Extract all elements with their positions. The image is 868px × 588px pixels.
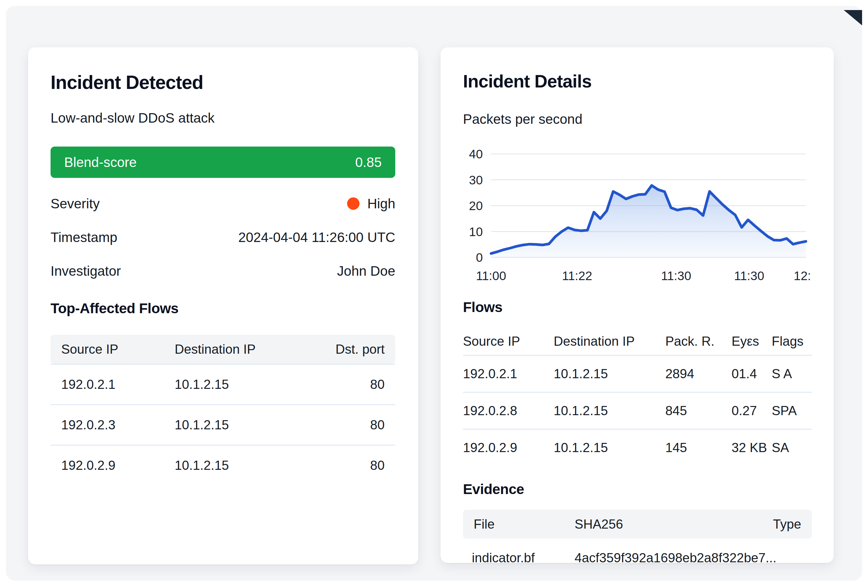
x-axis-label: 11:30 [661, 269, 691, 283]
timestamp-field: Timestamp 2024-04-04 11:26:00 UTC [50, 229, 395, 245]
table-cell: 10.1.2.15 [175, 458, 313, 473]
table-cell: 10.1.2.15 [554, 366, 666, 381]
table-cell: 192.0.2.9 [463, 440, 554, 455]
x-axis-label: 11:30 [734, 269, 764, 283]
table-cell: 80 [313, 377, 395, 392]
table-cell: 32 KB [732, 440, 772, 455]
column-header: Type [742, 517, 812, 532]
flows-table: Source IPDestination IPPack. R.EyεsFlags… [463, 328, 812, 466]
timestamp-value: 2024-04-04 11:26:00 UTC [238, 229, 395, 245]
incident-card-title: Incident Detected [50, 72, 395, 93]
y-axis-label: 10 [469, 225, 483, 239]
table-header-row: Source IPDestination IPPack. R.EyεsFlags [463, 328, 812, 356]
details-card-title: Incident Details [463, 71, 812, 91]
timestamp-label: Timestamp [50, 229, 117, 245]
table-cell: 0.27 [732, 403, 772, 418]
blend-score-bar: Blend-score 0.85 [50, 147, 395, 178]
x-axis-label: 11:00 [476, 269, 506, 283]
severity-dot-icon [347, 197, 360, 210]
investigator-label: Investigator [50, 263, 121, 279]
investigator-value: John Doe [337, 263, 395, 279]
table-cell: 80 [313, 417, 395, 432]
table-cell: 192.0.2.9 [50, 458, 175, 473]
table-row: 192.0.2.310.1.2.1580 [50, 404, 395, 445]
table-cell: 10.1.2.15 [175, 377, 313, 392]
y-axis-label: 40 [469, 147, 483, 161]
column-header: Source IP [463, 334, 554, 349]
table-cell: SA [772, 440, 812, 455]
column-header: SHA256 [575, 517, 742, 532]
corner-fold-mark [844, 10, 862, 25]
y-axis-label: 0 [476, 251, 483, 264]
evidence-heading: Evidence [463, 481, 812, 497]
table-cell: 192.0.2.8 [463, 403, 554, 418]
table-row: 192.0.2.110.1.2.15289401.4S A [463, 356, 812, 393]
table-cell: 10.1.2.15 [175, 417, 313, 432]
x-axis-label: 11:22 [562, 269, 592, 283]
flows-heading: Flows [463, 299, 812, 315]
column-header: Flags [772, 334, 812, 349]
severity-value-text: High [367, 196, 395, 212]
column-header: Eyεs [732, 334, 772, 349]
table-cell: 01.4 [732, 366, 772, 381]
table-cell: 192.0.2.3 [50, 417, 175, 432]
column-header: Dst. port [313, 342, 395, 357]
chart-area-fill [491, 186, 806, 257]
top-affected-flows-heading: Top-Affected Flows [50, 300, 395, 317]
table-cell: indicator.bf [463, 550, 575, 565]
table-row: 192.0.2.910.1.2.1580 [50, 445, 395, 485]
top-affected-flows-table: Source IPDestination IPDst. port192.0.2.… [50, 335, 395, 485]
chart-series [491, 186, 806, 257]
table-cell: 192.0.2.1 [50, 377, 175, 392]
table-cell: 10.1.2.15 [554, 440, 666, 455]
table-cell: 845 [665, 403, 731, 418]
table-cell: 4acf359f392a1698eb2a8f322be7... [575, 550, 742, 565]
table-cell: SPA [772, 403, 812, 418]
incident-subtitle: Low-and-slow DDoS attack [50, 110, 395, 126]
table-header-row: Source IPDestination IPDst. port [50, 335, 395, 364]
table-cell: 2894 [665, 366, 731, 381]
column-header: Source IP [50, 342, 175, 357]
severity-label: Severity [50, 196, 100, 212]
table-row: 192.0.2.810.1.2.158450.27SPA [463, 393, 812, 430]
severity-field: Severity High [50, 196, 395, 212]
packets-chart: 01020304011:0011:2211:3011:3012: [463, 138, 812, 286]
table-row: 192.0.2.910.1.2.1514532 KBSA [463, 430, 812, 466]
incident-detected-card: Incident Detected Low-and-slow DDoS atta… [28, 47, 418, 564]
blend-score-label: Blend-score [64, 154, 137, 170]
severity-value: High [347, 196, 395, 212]
y-axis-label: 30 [469, 173, 483, 187]
table-cell: 192.0.2.1 [463, 366, 554, 381]
x-axis-label: 12: [794, 269, 811, 283]
table-cell: 80 [313, 458, 395, 473]
chart-title: Packets per second [463, 111, 812, 127]
column-header: Pack. R. [665, 334, 731, 349]
table-cell: 145 [665, 440, 731, 455]
column-header: File [463, 517, 575, 532]
table-row: 192.0.2.110.1.2.1580 [50, 364, 395, 404]
column-header: Destination IP [554, 334, 666, 349]
column-header: Destination IP [175, 342, 313, 357]
y-axis-label: 20 [469, 199, 483, 213]
blend-score-value: 0.85 [355, 154, 382, 170]
investigator-field: Investigator John Doe [50, 263, 395, 279]
packets-chart-svg: 01020304011:0011:2211:3011:3012: [463, 138, 812, 286]
table-header-row: FileSHA256Type [463, 510, 812, 539]
incident-details-card: Incident Details Packets per second 0102… [440, 47, 834, 563]
evidence-table: FileSHA256Typeindicator.bf4acf359f392a16… [463, 510, 812, 574]
table-row: indicator.bf4acf359f392a1698eb2a8f322be7… [463, 539, 812, 574]
table-cell: S A [772, 366, 812, 381]
table-cell: 10.1.2.15 [554, 403, 666, 418]
